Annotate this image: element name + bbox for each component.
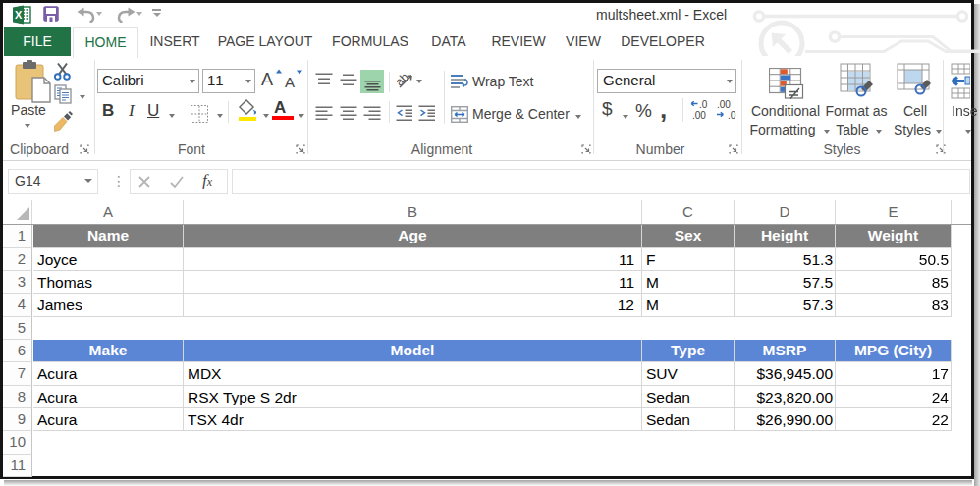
svg-text:X: X — [15, 9, 23, 21]
svg-text:.00: .00 — [717, 99, 731, 110]
svg-text:ab: ab — [395, 70, 411, 89]
svg-text:.0: .0 — [728, 110, 736, 121]
svg-text:.00: .00 — [692, 110, 706, 121]
svg-text:.0: .0 — [699, 99, 708, 110]
